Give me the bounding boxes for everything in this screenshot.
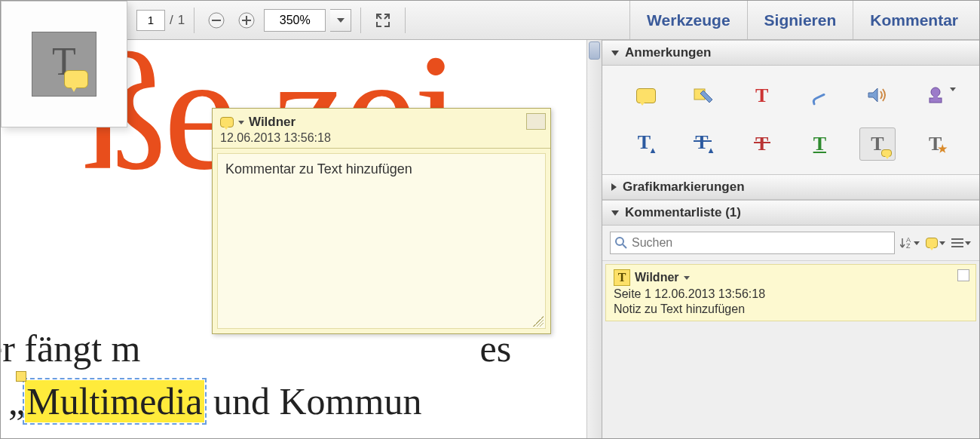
text-tool[interactable]: T <box>744 79 780 112</box>
annotation-marker-icon <box>16 371 26 382</box>
speaker-icon <box>867 86 888 106</box>
replace-text-tool[interactable]: T▴ <box>686 127 722 161</box>
svg-text:Z: Z <box>906 242 911 250</box>
stamp-icon <box>926 86 945 106</box>
comment-list-item[interactable]: T Wildner Seite 1 12.06.2013 13:56:18 No… <box>605 264 976 321</box>
workspace: ße zei er fängt m xxxxxxxxxxxxxxxxx es „… <box>1 40 979 438</box>
search-input[interactable] <box>632 236 890 250</box>
vertical-scrollbar[interactable] <box>586 40 602 438</box>
search-icon <box>615 237 627 249</box>
text-callout-tool[interactable]: T★ <box>917 127 954 161</box>
chevron-down-icon <box>965 241 971 245</box>
fullscreen-button[interactable] <box>370 8 396 33</box>
annotation-tool-grid: T T▴ T▴ T T <box>602 66 979 174</box>
text-star-icon: T★ <box>929 133 942 155</box>
scrollbar-thumb[interactable] <box>589 41 600 60</box>
chevron-down-icon <box>914 241 920 245</box>
toolbar: / 1 350% Werkzeuge Signieren Kommentar <box>1 1 979 40</box>
panel-header-drawings[interactable]: Grafikmarkierungen <box>602 174 979 200</box>
panel-header-commentlist[interactable]: Kommentarliste (1) <box>602 200 979 226</box>
chevron-down-icon <box>337 18 345 23</box>
side-pane: Anmerkungen T T▴ <box>602 40 979 438</box>
svg-rect-4 <box>246 16 247 25</box>
svg-rect-13 <box>951 238 963 240</box>
text-comment-icon: T <box>871 133 884 155</box>
zoom-dropdown[interactable] <box>330 9 351 32</box>
speech-bubble-icon <box>64 70 88 88</box>
zoom-in-button[interactable] <box>234 8 259 33</box>
popup-author: Wildner <box>249 115 296 130</box>
right-link-group: Werkzeuge Signieren Kommentar <box>629 1 975 39</box>
popup-header: Wildner 12.06.2013 13:56:18 <box>213 109 550 149</box>
sticky-note-tool[interactable] <box>628 79 664 112</box>
underline-t-icon: T <box>813 133 826 155</box>
popup-minimize-button[interactable] <box>526 113 546 130</box>
comment-link[interactable]: Kommentar <box>853 1 975 39</box>
underline-tool[interactable]: T <box>801 127 838 161</box>
svg-line-10 <box>623 244 626 248</box>
popup-textarea[interactable]: Kommentar zu Text hinzufügen <box>217 153 546 329</box>
chevron-down-icon <box>950 87 956 91</box>
separator <box>360 8 361 33</box>
options-button[interactable] <box>951 232 972 253</box>
strikethrough-tool[interactable]: T <box>744 127 780 161</box>
filter-button[interactable] <box>925 232 946 253</box>
zoom-out-button[interactable] <box>204 8 229 33</box>
add-text-comment-tool[interactable]: T <box>859 127 896 161</box>
comment-bubble-icon <box>220 117 234 127</box>
comment-checkbox[interactable] <box>957 269 969 281</box>
sticky-note-icon <box>636 88 656 103</box>
expand-icon <box>375 13 390 28</box>
tools-link[interactable]: Werkzeuge <box>629 1 747 39</box>
audio-tool[interactable] <box>859 79 896 112</box>
text-annotation-icon: T <box>614 269 630 286</box>
comment-note: Notiz zu Text hinzufügen <box>614 302 968 316</box>
zoom-level[interactable]: 350% <box>264 9 326 32</box>
chevron-down-icon <box>611 210 619 216</box>
plus-icon <box>238 12 255 29</box>
chevron-down-icon <box>939 241 945 245</box>
svg-point-9 <box>616 238 623 245</box>
page-sep: / <box>170 13 173 28</box>
chevron-down-icon[interactable] <box>684 276 690 280</box>
strikethrough-t-icon: T <box>755 133 768 155</box>
letter-t-icon: T <box>755 84 768 107</box>
document-text-line: „Multimedia und Kommun <box>8 379 421 423</box>
panel-header-annotations[interactable]: Anmerkungen <box>602 40 979 66</box>
text-comment-tool-icon: T <box>32 32 96 97</box>
resize-grip-icon[interactable] <box>533 316 544 327</box>
separator <box>194 8 194 33</box>
popup-timestamp: 12.06.2013 13:56:18 <box>220 131 543 145</box>
tool-preview-card: T <box>1 1 127 127</box>
highlight-tool[interactable] <box>686 79 722 112</box>
sort-icon: AZ <box>900 236 912 250</box>
search-box[interactable] <box>610 232 895 254</box>
comment-bubble-icon <box>926 238 938 248</box>
chevron-right-icon <box>611 183 617 191</box>
sign-link[interactable]: Signieren <box>747 1 853 39</box>
comment-meta: Seite 1 12.06.2013 13:56:18 <box>614 287 968 301</box>
attach-file-tool[interactable] <box>801 79 838 112</box>
page-current-input[interactable] <box>136 10 165 31</box>
svg-rect-1 <box>212 20 221 21</box>
highlighted-text[interactable]: Multimedia <box>25 380 204 422</box>
comment-author: Wildner <box>635 271 679 284</box>
page-total: 1 <box>178 13 185 28</box>
svg-rect-8 <box>933 95 938 100</box>
comment-popup[interactable]: Wildner 12.06.2013 13:56:18 Kommentar zu… <box>212 108 551 334</box>
paperclip-icon <box>810 86 829 106</box>
svg-rect-15 <box>951 246 963 247</box>
separator <box>405 8 406 33</box>
list-icon <box>951 238 963 248</box>
chevron-down-icon <box>611 51 619 56</box>
svg-rect-14 <box>951 242 963 244</box>
minus-icon <box>208 12 225 29</box>
comment-search-row: AZ <box>602 226 979 261</box>
chevron-down-icon[interactable] <box>238 121 244 124</box>
highlighter-icon <box>693 86 715 106</box>
insert-text-tool[interactable]: T▴ <box>628 127 664 161</box>
letter-t-icon: T▴ <box>638 131 655 156</box>
sort-button[interactable]: AZ <box>899 232 920 253</box>
stamp-tool[interactable] <box>917 79 954 112</box>
strikethrough-t-icon: T▴ <box>695 131 712 156</box>
